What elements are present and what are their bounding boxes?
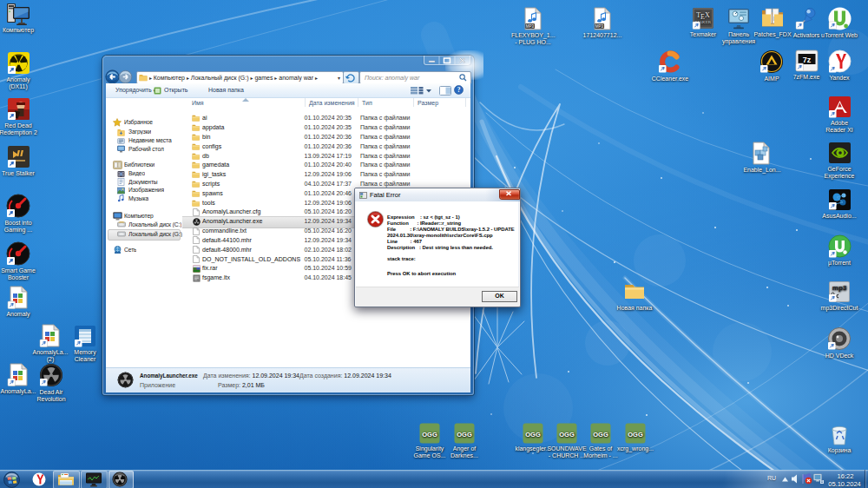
svg-text:OGG: OGG [559, 431, 575, 439]
svg-text:mp3: mp3 [832, 284, 847, 292]
svg-text:?: ? [457, 86, 461, 94]
svg-text:OGG: OGG [593, 431, 608, 439]
svg-text:OGG: OGG [457, 431, 472, 439]
svg-text:MP3: MP3 [526, 24, 535, 29]
svg-text:MP3: MP3 [595, 24, 604, 29]
svg-text:OGG: OGG [422, 431, 437, 439]
svg-text:OGG: OGG [525, 431, 541, 439]
svg-text:7z: 7z [802, 56, 811, 64]
svg-text:OGG: OGG [628, 431, 643, 439]
